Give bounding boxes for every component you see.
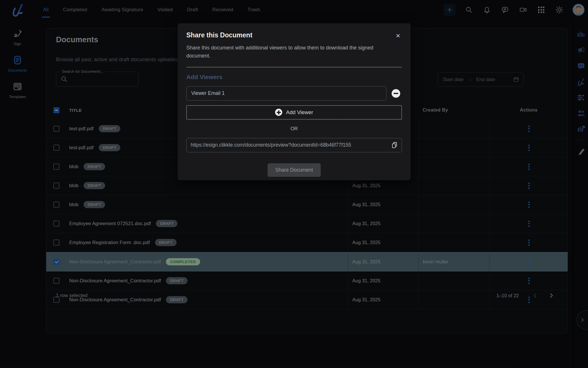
add-viewer-label: Add Viewer xyxy=(286,109,313,116)
dialog-divider xyxy=(186,67,402,67)
dialog-title: Share this Document xyxy=(186,31,252,39)
share-document-dialog: Share this Document × Share this documen… xyxy=(178,23,411,180)
close-icon[interactable]: × xyxy=(394,31,402,40)
copy-link-icon[interactable] xyxy=(391,141,398,149)
or-separator: OR xyxy=(186,126,402,132)
dialog-description: Share this document with additional view… xyxy=(186,44,393,60)
share-link-field[interactable]: https://esign.clikkle.com/documents/prev… xyxy=(186,138,402,152)
share-link-url: https://esign.clikkle.com/documents/prev… xyxy=(191,142,388,148)
add-viewers-heading: Add Viewers xyxy=(186,74,402,80)
add-viewer-button[interactable]: Add Viewer xyxy=(186,105,402,120)
remove-viewer-icon[interactable] xyxy=(392,89,400,98)
share-document-button[interactable]: Share Document xyxy=(268,163,321,177)
plus-circle-icon xyxy=(275,109,282,116)
viewer-email-input[interactable] xyxy=(186,86,386,101)
